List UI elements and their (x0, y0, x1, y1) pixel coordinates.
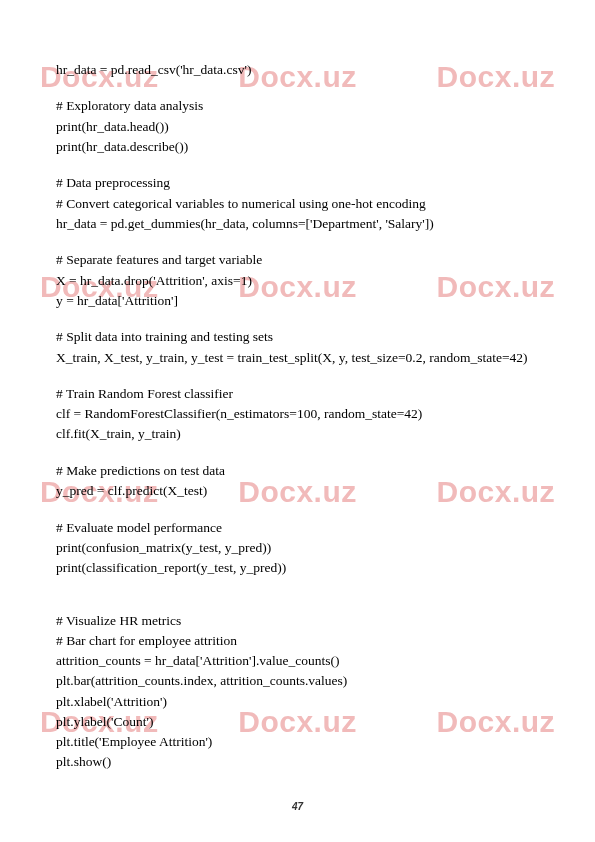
blank-line (56, 578, 539, 594)
code-line: print(hr_data.describe()) (56, 137, 539, 157)
blank-line (56, 445, 539, 461)
code-line: # Convert categorical variables to numer… (56, 194, 539, 214)
code-line: plt.title('Employee Attrition') (56, 732, 539, 752)
code-line: X = hr_data.drop('Attrition', axis=1) (56, 271, 539, 291)
code-line: # Bar chart for employee attrition (56, 631, 539, 651)
code-line: plt.show() (56, 752, 539, 772)
page-number: 47 (0, 799, 595, 814)
code-line: hr_data = pd.read_csv('hr_data.csv') (56, 60, 539, 80)
blank-line (56, 368, 539, 384)
code-line: # Evaluate model performance (56, 518, 539, 538)
code-line: plt.xlabel('Attrition') (56, 692, 539, 712)
code-line: y = hr_data['Attrition'] (56, 291, 539, 311)
code-line: print(classification_report(y_test, y_pr… (56, 558, 539, 578)
code-line: # Separate features and target variable (56, 250, 539, 270)
code-line: plt.ylabel('Count') (56, 712, 539, 732)
blank-line (56, 501, 539, 517)
code-line: plt.bar(attrition_counts.index, attritio… (56, 671, 539, 691)
code-line: # Train Random Forest classifier (56, 384, 539, 404)
code-line: # Split data into training and testing s… (56, 327, 539, 347)
code-line: print(confusion_matrix(y_test, y_pred)) (56, 538, 539, 558)
code-line: attrition_counts = hr_data['Attrition'].… (56, 651, 539, 671)
blank-line (56, 80, 539, 96)
code-line: clf = RandomForestClassifier(n_estimator… (56, 404, 539, 424)
code-line: clf.fit(X_train, y_train) (56, 424, 539, 444)
code-line: hr_data = pd.get_dummies(hr_data, column… (56, 214, 539, 234)
code-line: # Exploratory data analysis (56, 96, 539, 116)
code-content: hr_data = pd.read_csv('hr_data.csv') # E… (56, 60, 539, 773)
code-line: # Visualize HR metrics (56, 611, 539, 631)
code-line: X_train, X_test, y_train, y_test = train… (56, 348, 539, 368)
code-line: # Data preprocessing (56, 173, 539, 193)
code-line: y_pred = clf.predict(X_test) (56, 481, 539, 501)
code-line: # Make predictions on test data (56, 461, 539, 481)
blank-line (56, 234, 539, 250)
blank-line (56, 157, 539, 173)
blank-line (56, 595, 539, 611)
blank-line (56, 311, 539, 327)
code-line: print(hr_data.head()) (56, 117, 539, 137)
